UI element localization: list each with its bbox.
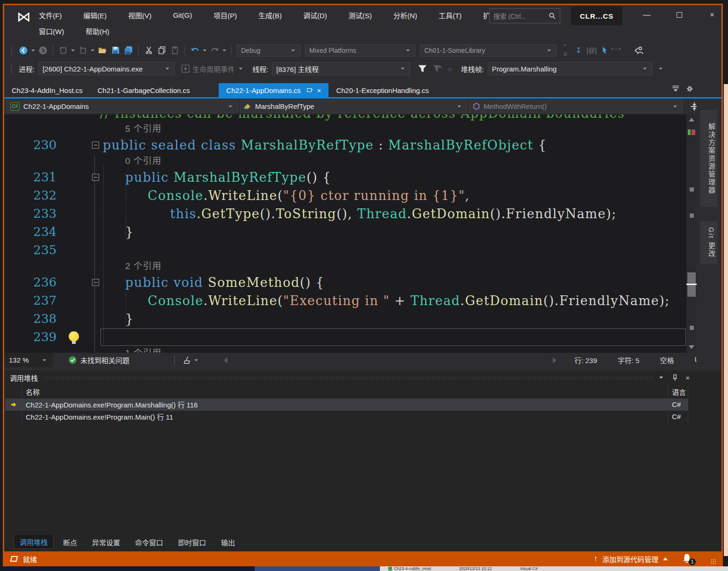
fold-collapse-box[interactable]: – xyxy=(92,174,99,181)
code-line-236[interactable]: 236–public void SomeMethod() { xyxy=(4,273,686,292)
tab-list-icon[interactable] xyxy=(672,86,679,92)
toolbar-grip[interactable] xyxy=(11,64,13,74)
thread-dropdown[interactable]: [8376] 主线程 xyxy=(272,62,410,75)
toolbar-overflow-caret[interactable] xyxy=(659,68,663,70)
solution-platform-dropdown[interactable]: Mixed Platforms xyxy=(305,44,415,57)
menubar-item-5[interactable]: 生成(B) xyxy=(256,8,285,22)
editor-vertical-scrollbar[interactable] xyxy=(686,114,697,353)
navigate-back-button[interactable] xyxy=(18,44,29,57)
new-file-button[interactable] xyxy=(77,44,88,57)
pin-icon[interactable] xyxy=(672,374,678,381)
codelens-row[interactable]: 5 个引用 xyxy=(4,122,686,136)
add-to-source-control-button[interactable]: 添加到源代码管理 xyxy=(602,554,658,564)
filter-flagged-icon[interactable] xyxy=(433,64,442,73)
lightbulb-icon[interactable] xyxy=(69,331,79,342)
codelens-row[interactable]: 1 个引用 xyxy=(4,346,686,353)
document-tab-0[interactable]: Ch23-4-AddIn_Host.cs xyxy=(4,83,90,97)
step-into-icon[interactable]: ↧ xyxy=(573,44,584,57)
menubar-item-6[interactable]: 调试(D) xyxy=(300,8,330,22)
window-position-caret[interactable] xyxy=(659,377,663,378)
process-dropdown[interactable]: [2600] Ch22-1-AppDomains.exe xyxy=(38,62,175,75)
hscroll-right-arrow[interactable] xyxy=(553,357,557,364)
panel-tab-2[interactable]: 异常设置 xyxy=(86,535,126,549)
code-editor[interactable]: // Instances can be marshaled by referen… xyxy=(4,114,686,353)
search-input[interactable]: 搜索 (Ctrl... xyxy=(489,8,560,23)
save-button[interactable] xyxy=(110,44,121,57)
codelens-row[interactable]: 2 个引用 xyxy=(4,259,686,273)
member-dropdown[interactable]: MethodWithReturn() xyxy=(469,100,683,113)
lifecycle-events-button[interactable]: 生命周期事件 xyxy=(181,64,244,74)
document-tab-2[interactable]: Ch22-1-AppDomains.cs× xyxy=(219,83,328,97)
startup-project-dropdown[interactable]: Ch01-1-SomeLibrary xyxy=(420,44,557,57)
type-dropdown[interactable]: MarshalByRefType xyxy=(240,100,467,113)
code-line-233[interactable]: 233this.GetType().ToString(), Thread.Get… xyxy=(4,205,686,223)
cursor-run-icon[interactable] xyxy=(599,44,610,57)
zoom-dropdown[interactable]: 132 % xyxy=(4,353,53,367)
live-share-icon[interactable] xyxy=(633,44,644,57)
code-line-238[interactable]: 238} xyxy=(4,310,686,328)
document-health-indicator[interactable]: 未找到相关问题 xyxy=(69,355,129,365)
cut-button[interactable] xyxy=(143,44,154,57)
panel-tab-5[interactable]: 输出 xyxy=(215,535,241,549)
new-project-caret[interactable] xyxy=(71,50,75,51)
code-line-239[interactable]: 239 xyxy=(4,328,686,346)
close-button[interactable]: × xyxy=(700,5,724,25)
code-line-232[interactable]: 232Console.WriteLine("{0} ctor running i… xyxy=(4,186,686,205)
fold-collapse-box[interactable]: – xyxy=(92,279,99,286)
show-threads-in-source-icon[interactable]: ≈ xyxy=(448,65,451,73)
git-changes-side-tab[interactable]: Git 更改 xyxy=(700,221,717,264)
code-line-231[interactable]: 231–public MarshalByRefType() { xyxy=(4,168,686,186)
code-cleanup-caret[interactable] xyxy=(194,359,198,361)
toolbar-grip[interactable] xyxy=(11,45,13,56)
notifications-button[interactable]: 1 xyxy=(682,553,694,564)
undo-button[interactable] xyxy=(189,44,200,57)
document-tab-1[interactable]: Ch21-1-GarbageCollection.cs xyxy=(90,83,198,97)
hscroll-left-arrow[interactable] xyxy=(224,357,228,364)
filter-threads-icon[interactable] xyxy=(418,64,427,73)
save-all-button[interactable] xyxy=(123,44,134,57)
paste-button[interactable] xyxy=(169,44,180,57)
menubar-item-0[interactable]: 文件(F) xyxy=(36,8,64,22)
open-file-button[interactable] xyxy=(97,44,108,57)
resize-grip[interactable] xyxy=(711,559,716,564)
panel-tab-4[interactable]: 即时窗口 xyxy=(172,535,212,549)
scroll-up-arrow[interactable] xyxy=(689,118,694,121)
minimize-button[interactable]: — xyxy=(635,5,658,25)
code-line-237[interactable]: 237Console.WriteLine("Executing in " + T… xyxy=(4,292,686,310)
solution-config-dropdown[interactable]: Debug xyxy=(237,44,300,57)
undo-caret[interactable] xyxy=(203,50,207,51)
gear-icon[interactable] xyxy=(686,85,693,93)
redo-button[interactable] xyxy=(209,44,220,57)
menubar-item-2[interactable]: 视图(V) xyxy=(125,8,154,22)
call-stack-title-bar[interactable]: 调用堆栈 × xyxy=(4,371,721,385)
codelens-row[interactable]: 0 个引用 xyxy=(4,154,686,168)
menubar-item-1[interactable]: 编辑(E) xyxy=(80,8,109,22)
menubar-item-9[interactable]: 工具(T) xyxy=(436,8,464,22)
new-file-caret[interactable] xyxy=(91,50,94,51)
close-icon[interactable]: × xyxy=(685,374,690,382)
chevron-up-icon[interactable] xyxy=(663,557,668,560)
code-line-234[interactable]: 234} xyxy=(4,223,686,241)
code-line-230[interactable]: 230–public sealed class MarshalByRefType… xyxy=(4,136,686,154)
fold-collapse-box[interactable]: – xyxy=(92,142,99,149)
attach-icon[interactable]: [@] xyxy=(586,44,597,57)
pin-icon[interactable] xyxy=(307,87,313,93)
panel-tab-3[interactable]: 命令窗口 xyxy=(129,535,169,549)
panel-tab-1[interactable]: 断点 xyxy=(57,535,83,549)
menubar-item-3[interactable]: Git(G) xyxy=(170,9,195,21)
language-column-header[interactable]: 语言 xyxy=(668,385,688,398)
code-cleanup-icon[interactable] xyxy=(183,356,192,364)
menubar-item-8[interactable]: 分析(N) xyxy=(391,8,420,22)
maximize-button[interactable] xyxy=(668,5,691,25)
spaces-indicator[interactable]: 空格 xyxy=(660,355,674,365)
scroll-down-arrow[interactable] xyxy=(689,345,694,349)
call-stack-row-0[interactable]: Ch22-1-AppDomains.exe!Program.Marshallin… xyxy=(5,399,688,411)
menubar-item-7[interactable]: 测试(S) xyxy=(346,8,375,22)
copy-button[interactable] xyxy=(156,44,167,57)
menubar-item-row2-0[interactable]: 窗口(W) xyxy=(36,24,67,38)
back-dropdown-caret[interactable] xyxy=(31,50,35,51)
new-project-button[interactable] xyxy=(57,44,69,57)
code-line-235[interactable]: 235 xyxy=(4,241,686,259)
call-stack-row-1[interactable]: Ch22-1-AppDomains.exe!Program.Main() 行 1… xyxy=(5,411,688,423)
document-tab-3[interactable]: Ch20-1-ExceptionHandling.cs xyxy=(328,83,436,97)
